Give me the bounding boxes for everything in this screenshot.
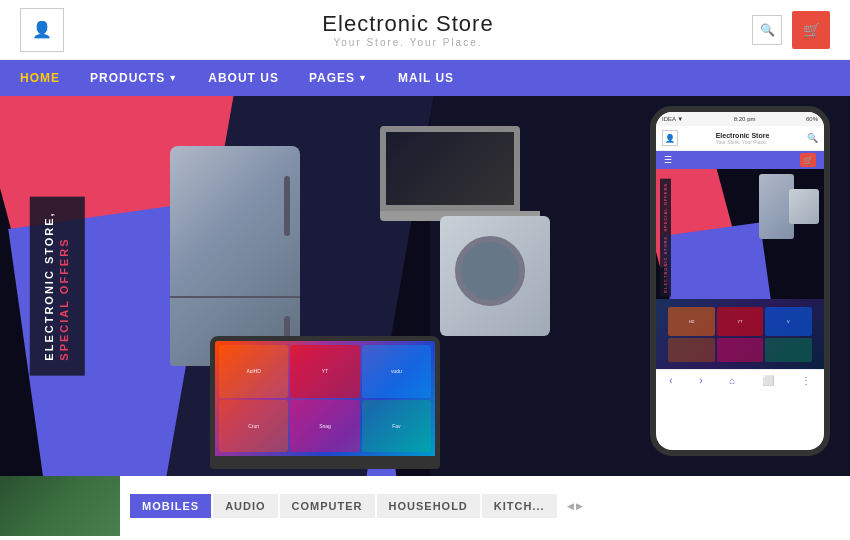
logo-box: 👤 (20, 8, 64, 52)
washer-product (440, 216, 550, 336)
main-navbar: HOME PRODUCTS ▼ ABOUT US PAGES ▼ MAIL US (0, 60, 850, 96)
mobile-user-icon: 👤 (665, 134, 675, 143)
bottom-category-tabs: MOBILES AUDIO COMPUTER HOUSEHOLD KITCH..… (120, 494, 557, 518)
site-header: 👤 Electronic Store Your Store. Your Plac… (0, 0, 850, 60)
fridge-product (170, 146, 300, 366)
mobile-shape-blue (661, 222, 771, 299)
mobile-tabs-icon[interactable]: ⬜ (762, 375, 774, 386)
tab-mobiles[interactable]: MOBILES (130, 494, 211, 518)
hero-products: AolHD YT vudu Crun Snag Fav (150, 116, 550, 476)
site-subtitle: Your Store. Your Place. (64, 37, 752, 48)
nav-pages[interactable]: PAGES ▼ (309, 71, 368, 85)
products-arrow: ▼ (168, 73, 178, 83)
mobile-battery: 60% (806, 116, 818, 122)
mobile-status-bar: IDEA ▼ 8:20 pm 60% (656, 112, 824, 126)
mobile-menu-icon: ☰ (664, 155, 672, 165)
bottom-strip: MOBILES AUDIO COMPUTER HOUSEHOLD KITCH..… (0, 476, 850, 536)
mobile-home-icon[interactable]: ⌂ (729, 375, 735, 386)
mobile-site-subtitle: Your Store. Your Place. (716, 139, 770, 145)
mobile-logo: 👤 (662, 130, 678, 146)
tab-household[interactable]: HOUSEHOLD (377, 494, 480, 518)
laptop-product (380, 126, 540, 226)
mobile-washer (789, 189, 819, 224)
mobile-carrier: IDEA ▼ (662, 116, 683, 122)
mobile-hero-text: ELECTRONIC STORE, SPECIAL OFFERS (660, 179, 671, 297)
nav-products[interactable]: PRODUCTS ▼ (90, 71, 178, 85)
bottom-thumbnail (0, 476, 120, 536)
tab-audio[interactable]: AUDIO (213, 494, 277, 518)
mobile-device-overlay: IDEA ▼ 8:20 pm 60% 👤 Electronic Store Yo… (650, 106, 830, 456)
mobile-back-icon[interactable]: ‹ (669, 375, 672, 386)
mobile-tv-section: HD YT V (656, 299, 824, 369)
tv-product: AolHD YT vudu Crun Snag Fav (210, 336, 450, 476)
hero-section: ELECTRONIC STORE, SPECIAL OFFERS AolHD (0, 96, 850, 476)
user-icon: 👤 (32, 20, 52, 39)
nav-home[interactable]: HOME (20, 71, 60, 85)
hero-text-block: ELECTRONIC STORE, SPECIAL OFFERS (30, 196, 85, 375)
mobile-time: 8:20 pm (734, 116, 756, 122)
mobile-screen: IDEA ▼ 8:20 pm 60% 👤 Electronic Store Yo… (656, 112, 824, 450)
mobile-forward-icon[interactable]: › (699, 375, 702, 386)
cart-button[interactable]: 🛒 (792, 11, 830, 49)
header-actions: 🔍 🛒 (752, 11, 830, 49)
mobile-menu-bottom-icon[interactable]: ⋮ (801, 375, 811, 386)
search-button[interactable]: 🔍 (752, 15, 782, 45)
hero-main-text: ELECTRONIC STORE, SPECIAL OFFERS (30, 196, 85, 375)
nav-mail[interactable]: MAIL US (398, 71, 454, 85)
search-icon: 🔍 (760, 23, 775, 37)
tab-kitchen[interactable]: KITCH... (482, 494, 557, 518)
mobile-site-title: Electronic Store (716, 132, 770, 139)
mobile-bottom-bar: ‹ › ⌂ ⬜ ⋮ (656, 369, 824, 391)
pages-arrow: ▼ (358, 73, 368, 83)
site-title-block: Electronic Store Your Store. Your Place. (64, 11, 752, 48)
cart-icon: 🛒 (803, 22, 820, 38)
tab-computer[interactable]: COMPUTER (280, 494, 375, 518)
mobile-navbar: ☰ 🛒 (656, 151, 824, 169)
page-info: ◀ ▶ (567, 501, 584, 511)
mobile-cart-button[interactable]: 🛒 (800, 153, 816, 167)
site-title: Electronic Store (64, 11, 752, 37)
mobile-search-icon: 🔍 (807, 133, 818, 143)
mobile-cart-icon-symbol: 🛒 (803, 156, 813, 165)
mobile-hero: ELECTRONIC STORE, SPECIAL OFFERS (656, 169, 824, 299)
nav-about[interactable]: ABOUT US (208, 71, 279, 85)
mobile-header: 👤 Electronic Store Your Store. Your Plac… (656, 126, 824, 151)
